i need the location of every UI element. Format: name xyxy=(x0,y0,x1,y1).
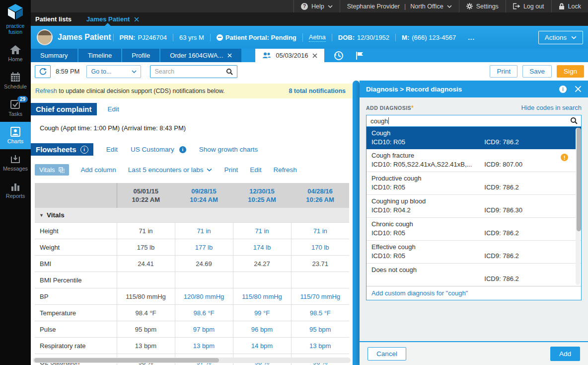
info-icon[interactable]: i xyxy=(179,146,186,153)
cds-refresh-link[interactable]: Refresh xyxy=(35,88,57,94)
sidebar-item-label: Messages xyxy=(3,166,28,172)
growth-charts-link[interactable]: Show growth charts xyxy=(199,146,258,153)
sign-button[interactable]: Sign xyxy=(557,65,584,78)
sidebar-item-charts[interactable]: Charts xyxy=(0,122,31,149)
tab-james-patient[interactable]: James Patient xyxy=(80,12,145,26)
table-print-link[interactable]: Print xyxy=(224,166,238,174)
vitals-cell: 98.5 °F xyxy=(291,305,349,321)
patient-insurance[interactable]: Aetna xyxy=(302,33,332,42)
table-edit-link[interactable]: Edit xyxy=(250,166,261,174)
diagnosis-result[interactable]: Coughing up bloodICD10: R04.2ICD9: 786.3… xyxy=(367,194,581,217)
encounter-toolbar: 8:59 PM Go to... Print Save Sign xyxy=(31,62,588,81)
more-menu[interactable]: ... xyxy=(462,34,481,41)
history-button[interactable] xyxy=(331,49,346,62)
vitals-row-label: Weight xyxy=(35,239,117,256)
tab-patient-lists[interactable]: Patient lists xyxy=(31,12,80,26)
vitals-body: Height71 in71 in71 in71 inWeight175 lb17… xyxy=(35,223,349,365)
search-icon xyxy=(226,68,233,75)
close-icon[interactable] xyxy=(134,17,139,22)
bar-chart-icon xyxy=(9,182,21,191)
close-icon[interactable] xyxy=(312,53,317,58)
info-icon[interactable]: i xyxy=(559,86,567,93)
vitals-cell: 177 lb xyxy=(175,239,233,256)
add-custom-diagnosis-link[interactable]: Add custom diagnosis for "cough" xyxy=(367,286,581,300)
vitals-cell: 71 in xyxy=(117,223,175,239)
vitals-cell: 24.41 xyxy=(117,256,175,272)
vitals-row: Height71 in71 in71 in71 in xyxy=(35,223,349,239)
diagnosis-result[interactable]: Productive coughICD10: R05ICD9: 786.2 xyxy=(367,172,581,194)
diagnosis-result[interactable]: Effective coughICD10: R05ICD9: 786.2 xyxy=(367,240,581,263)
vitals-cell: 98.4 °F xyxy=(117,305,175,321)
patient-avatar[interactable] xyxy=(37,29,53,45)
cds-notification-count[interactable]: 8 total notifications xyxy=(289,88,353,94)
gear-icon xyxy=(466,3,473,9)
chart-tab-bar: Summary Timeline Profile Order 1604GWA..… xyxy=(31,49,588,62)
dropdown-scrollbar-thumb[interactable] xyxy=(577,128,581,231)
vitals-cell xyxy=(117,272,175,288)
vitals-section-label: Vitals xyxy=(47,211,65,219)
add-column-link[interactable]: Add column xyxy=(81,166,116,174)
close-icon[interactable] xyxy=(227,53,232,58)
diagnosis-search-field[interactable]: cough xyxy=(366,115,582,127)
vitals-row: Temperature98.4 °F98.6 °F99 °F98.5 °F xyxy=(35,305,349,321)
diagnosis-result[interactable]: Cough fractureICD10: R05,S22.41xA,S22.41… xyxy=(367,149,581,172)
search-input[interactable] xyxy=(150,68,222,75)
logout-button[interactable]: Log out xyxy=(506,0,551,12)
patient-header: James Patient PRN:PJ246704 63 yrs M Pati… xyxy=(31,26,588,49)
save-button[interactable]: Save xyxy=(522,65,552,78)
diagnosis-panel-title: Diagnosis > Record diagnosis xyxy=(366,86,462,93)
vitals-cell: 98.6 °F xyxy=(175,305,233,321)
tab-order[interactable]: Order 1604GWA... xyxy=(160,49,241,62)
diagnosis-result[interactable]: Does not coughICD9: 786.2 xyxy=(367,263,581,286)
print-button[interactable]: Print xyxy=(490,65,517,78)
practice-fusion-logo: practice fusion xyxy=(0,0,31,35)
collapse-triangle-icon[interactable]: ▼ xyxy=(39,213,44,218)
goto-dropdown[interactable]: Go to... xyxy=(86,65,141,78)
table-refresh-link[interactable]: Refresh xyxy=(273,166,296,174)
sidebar-item-home[interactable]: Home xyxy=(0,40,31,67)
diagnosis-search-button[interactable] xyxy=(570,117,578,126)
vitals-section-row[interactable]: ▼Vitals xyxy=(35,208,349,223)
chevron-down-icon xyxy=(207,168,212,172)
info-icon[interactable]: i xyxy=(80,146,88,154)
tab-profile[interactable]: Profile xyxy=(122,49,159,62)
required-asterisk: * xyxy=(411,104,414,111)
add-button[interactable]: Add xyxy=(550,347,580,361)
user-office-menu[interactable]: Stephanie Provider | North Office xyxy=(340,0,459,12)
vitals-cell: 23.71 xyxy=(291,256,349,272)
tab-timeline[interactable]: Timeline xyxy=(78,49,122,62)
units-link[interactable]: US Customary xyxy=(131,146,174,153)
vitals-cell: 13 bpm xyxy=(117,338,175,354)
chief-complaint-edit-link[interactable]: Edit xyxy=(108,105,119,113)
sidebar-item-tasks[interactable]: 29 Tasks xyxy=(0,94,31,122)
sidebar-item-reports[interactable]: Reports xyxy=(0,177,31,204)
flowsheets-edit-link[interactable]: Edit xyxy=(106,146,118,153)
refresh-button[interactable] xyxy=(35,65,51,78)
diagnosis-result[interactable]: Chronic coughICD10: R05ICD9: 786.2 xyxy=(367,217,581,240)
vitals-column-header: 12/30/1510:25 AM xyxy=(233,183,291,208)
diagnosis-result[interactable]: CoughICD10: R05ICD9: 786.2 xyxy=(367,127,581,149)
encounter-range-dropdown[interactable]: Last 5 encounters or labs xyxy=(128,166,213,174)
vertical-scrollbar[interactable] xyxy=(353,81,360,365)
vitals-cell: 120/80 mmHg xyxy=(175,288,233,305)
sidebar-item-schedule[interactable]: Schedule xyxy=(0,67,31,94)
vitals-cell: 24.69 xyxy=(175,256,233,272)
close-icon xyxy=(575,86,582,92)
actions-button[interactable]: Actions xyxy=(538,31,583,44)
flag-button[interactable] xyxy=(352,49,367,62)
cancel-button[interactable]: Cancel xyxy=(368,347,406,361)
vitals-cell: 115/80 mmHg xyxy=(233,288,291,305)
settings-button[interactable]: Settings xyxy=(459,0,506,12)
sidebar-item-messages[interactable]: Messages xyxy=(0,149,31,177)
patient-portal-status[interactable]: Patient Portal: Pending xyxy=(210,34,302,41)
horizontal-scrollbar-thumb[interactable] xyxy=(34,358,219,363)
help-menu[interactable]: ? Help xyxy=(294,0,340,12)
hide-codes-link[interactable]: Hide codes in search xyxy=(521,104,582,111)
tab-summary[interactable]: Summary xyxy=(31,49,77,62)
search-button[interactable] xyxy=(222,66,237,78)
lock-button[interactable]: Lock xyxy=(551,0,588,12)
chief-complaint-title: Chief complaint xyxy=(31,103,97,115)
vitals-button[interactable]: Vitals xyxy=(35,164,69,176)
close-panel-button[interactable] xyxy=(575,86,582,92)
tab-encounter-date[interactable]: 05/03/2016 xyxy=(255,49,324,62)
